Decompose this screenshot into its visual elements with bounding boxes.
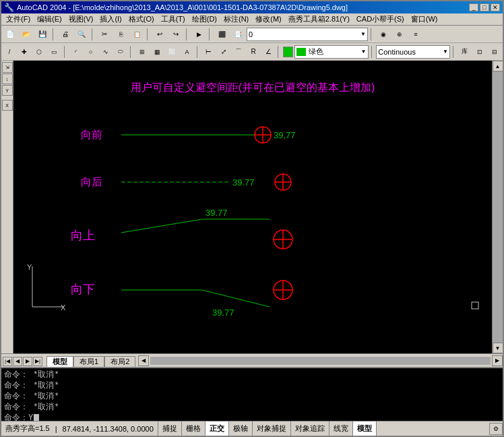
menu-dimension[interactable]: 标注(N) [220,13,252,25]
cut-button[interactable]: ✂ [97,28,112,41]
layer-state-button[interactable]: ⬛ [214,28,229,41]
color-swatch[interactable] [283,47,293,57]
cmd-cursor [34,414,39,421]
menu-insert[interactable]: 插入(I) [96,13,125,25]
scroll-up-button[interactable]: ▲ [493,61,503,71]
redo-icon: ↪ [173,30,179,38]
draw-hatch-button[interactable]: ▦ [150,45,164,59]
scroll-right-button[interactable]: ▶ [492,355,503,366]
draw-poly-button[interactable]: ⬡ [32,45,46,59]
dim-arc-button[interactable]: ⌒ [232,45,245,59]
osnap-button[interactable]: 对象捕捉 [253,421,291,436]
status-settings-button[interactable]: ⚙ [489,423,503,435]
paste-button[interactable]: 📋 [129,28,144,41]
menu-file[interactable]: 文件(F) [3,13,34,25]
tab-model[interactable]: 模型 [46,356,73,367]
close-button[interactable]: ✕ [491,3,500,11]
minimize-button[interactable]: _ [469,3,478,11]
open-button[interactable]: 📂 [19,28,34,41]
value-backward: 39.77 [232,177,255,187]
tb-btn-c[interactable]: ≡ [408,28,423,41]
preview-button[interactable]: 🔍 [74,28,89,41]
title-bar-buttons[interactable]: _ □ ✕ [469,3,500,11]
command-area[interactable]: 命令： *取消* 命令： *取消* 命令： *取消* 命令： *取消* 命令：Y [1,367,503,421]
color-dropdown[interactable]: 绿色 ▼ [294,45,369,59]
font-height-label: 燕秀字高=1.5 [5,424,50,434]
sep-p3 [197,46,199,58]
grid-button[interactable]: 栅格 [182,421,206,436]
toolbar-properties: / ✚ ⬡ ▭ ◜ ○ ∿ ⬭ ⊞ ▦ ⬜ A ⊢ ⤢ ⌒ R ∠ 绿色 ▼ C… [1,43,503,61]
xline-icon: ✚ [22,49,27,55]
draw-line-button[interactable]: / [3,45,16,59]
match-prop-button[interactable]: ▶ [191,28,206,41]
draw-region-button[interactable]: ⬜ [165,45,179,59]
snap-button[interactable]: 捕捉 [158,421,182,436]
menu-format[interactable]: 格式(O) [125,13,158,25]
tb-btn-b[interactable]: ⊕ [392,28,407,41]
yanxiu-btn3[interactable]: ⊟ [488,45,501,59]
dim-angular-icon: ∠ [265,48,272,55]
open-icon: 📂 [22,30,30,38]
menu-window[interactable]: 窗口(W) [408,13,441,25]
new-button[interactable]: 📄 [3,28,18,41]
ortho-button[interactable]: 正交 [206,421,229,436]
undo-button[interactable]: ↩ [152,28,167,41]
yanxiu-btn2[interactable]: ⊡ [473,45,486,59]
menu-helper[interactable]: CAD小帮手(S) [353,13,408,25]
draw-text-button[interactable]: A [181,45,194,59]
tab-layout1[interactable]: 布局1 [73,356,104,367]
draw-xline-button[interactable]: ✚ [18,45,31,59]
left-btn-3[interactable]: Y [2,85,13,96]
menu-edit[interactable]: 编辑(E) [34,13,65,25]
menu-modify[interactable]: 修改(M) [252,13,285,25]
maximize-button[interactable]: □ [480,3,489,11]
draw-arc-button[interactable]: ◜ [69,45,82,59]
polar-button[interactable]: 极轴 [229,421,253,436]
print-button[interactable]: 🖨 [58,28,73,41]
dim-angular-button[interactable]: ∠ [261,45,275,59]
menu-yanxiu[interactable]: 燕秀工具箱2.81(Y) [285,13,353,25]
draw-block-button[interactable]: ⊞ [135,45,149,59]
sep-p1 [64,46,67,58]
menu-view[interactable]: 视图(V) [65,13,97,25]
window-title: AutoCAD 2004 - [E:\molde\zhihong\2013_AA… [17,3,348,11]
separator-2 [92,28,94,40]
yanxiu-btn1[interactable]: 库 [458,45,472,59]
left-btn-4[interactable]: X [2,100,13,111]
copy-button[interactable]: ⎘ [113,28,128,41]
tab-layout2[interactable]: 布局2 [104,356,135,367]
tab-prev-button[interactable]: ◀ [13,357,22,366]
linetype-dropdown[interactable]: Continuous ▼ [376,45,450,59]
scroll-down-button[interactable]: ▼ [493,343,503,353]
left-btn-1[interactable]: ⇲ [2,62,13,73]
dim-radius-button[interactable]: R [247,45,260,59]
title-bar: 🔧 AutoCAD 2004 - [E:\molde\zhihong\2013_… [1,1,503,13]
draw-rect-button[interactable]: ▭ [48,45,61,59]
dim-linear-button[interactable]: ⊢ [201,45,215,59]
draw-ellipse-button[interactable]: ⬭ [114,45,127,59]
drawing-canvas[interactable]: 用户可自定义避空间距(并可在已避空的基本上增加) 向前 39,77 向后 39.… [13,61,492,353]
scroll-left-button[interactable]: ◀ [138,355,149,366]
tab-next-button[interactable]: ▶ [23,357,32,366]
scroll-track-vertical[interactable] [493,71,503,343]
model-button[interactable]: 模型 [353,421,377,436]
redo-button[interactable]: ↪ [168,28,183,41]
tab-last-button[interactable]: ▶| [33,357,42,366]
scroll-track-horizontal[interactable] [150,357,491,365]
layer-manager-button[interactable]: 📑 [230,28,245,41]
x-axis-label: X [61,303,66,312]
layer-dropdown[interactable]: 0 ▼ [247,28,368,41]
dim-aligned-button[interactable]: ⤢ [217,45,230,59]
menu-tools[interactable]: 工具(T) [158,13,189,25]
lineweight-button[interactable]: 线宽 [329,421,353,436]
left-btn-2[interactable]: ↕ [2,74,13,84]
tab-first-button[interactable]: |◀ [3,357,12,366]
arc-icon: ◜ [75,49,77,55]
draw-circle-button[interactable]: ○ [84,45,98,59]
menu-draw[interactable]: 绘图(D) [189,13,220,25]
otrack-button[interactable]: 对象追踪 [291,421,329,436]
draw-spline-button[interactable]: ∿ [99,45,113,59]
save-button[interactable]: 💾 [35,28,50,41]
tb-btn-a[interactable]: ◉ [376,28,391,41]
undo-icon: ↩ [157,30,162,38]
